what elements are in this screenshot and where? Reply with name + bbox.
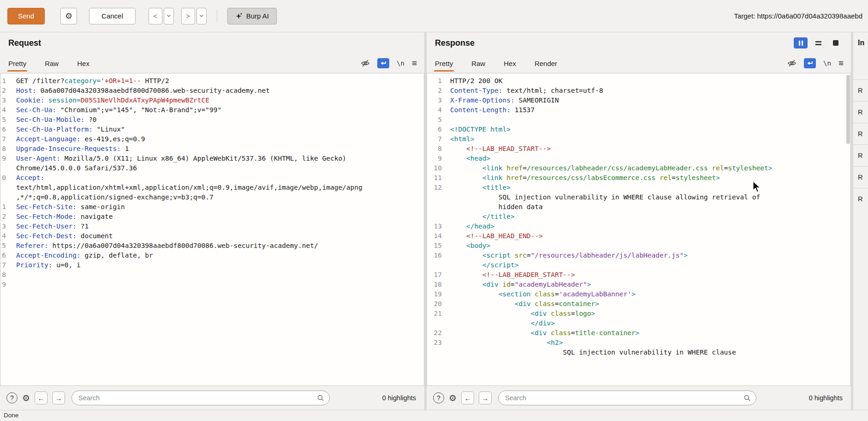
- send-settings-button[interactable]: ⚙: [60, 8, 77, 24]
- request-tab-raw[interactable]: Raw: [45, 54, 59, 73]
- request-search-input[interactable]: [71, 391, 330, 405]
- search-next-button[interactable]: →: [479, 391, 492, 404]
- word-wrap-toggle-button[interactable]: [804, 58, 816, 68]
- code-line[interactable]: SQL injection vulnerability in WHERE cla…: [428, 192, 850, 202]
- code-line[interactable]: 16 <script src="/resources/labheader/js/…: [428, 251, 850, 260]
- code-line[interactable]: text/html,application/xhtml+xml,applicat…: [1, 183, 424, 192]
- code-line[interactable]: 1GET /filter?category='+OR+1=1-- HTTP/2: [1, 76, 424, 86]
- code-line[interactable]: 13Sec-Fetch-User: ?1: [1, 222, 424, 231]
- search-prev-button[interactable]: ←: [35, 391, 48, 404]
- code-line[interactable]: Chrome/145.0.0.0 Safari/537.36: [1, 163, 424, 173]
- code-line[interactable]: 14 <!--LAB_HEAD_END-->: [428, 231, 850, 241]
- code-line[interactable]: 10Accept:: [1, 173, 424, 183]
- forward-button[interactable]: >: [181, 8, 195, 24]
- editor-menu-button[interactable]: ≡: [412, 58, 417, 68]
- cancel-button[interactable]: Cancel: [89, 8, 136, 24]
- code-line[interactable]: 14Sec-Fetch-Dest: document: [1, 231, 424, 241]
- code-line[interactable]: 4Content-Length: 11537: [428, 105, 850, 115]
- code-line[interactable]: 18 <div id="academyLabHeader">: [428, 280, 850, 289]
- show-newlines-button[interactable]: \n: [397, 60, 404, 67]
- code-line[interactable]: 7<html>: [428, 134, 850, 144]
- layout-columns-button[interactable]: [794, 37, 808, 48]
- hide-highlights-button[interactable]: [361, 59, 370, 68]
- code-line[interactable]: </script>: [428, 260, 850, 270]
- code-line[interactable]: 15 <body>: [428, 241, 850, 251]
- code-line[interactable]: 11Sec-Fetch-Site: same-origin: [1, 202, 424, 212]
- request-tab-hex[interactable]: Hex: [77, 54, 89, 73]
- inspector-section[interactable]: R: [853, 166, 868, 188]
- code-line[interactable]: 12 <title>: [428, 183, 850, 192]
- inspector-section[interactable]: R: [853, 188, 868, 210]
- response-search-input[interactable]: [498, 391, 756, 405]
- inspector-section[interactable]: R: [853, 144, 868, 166]
- word-wrap-toggle-button[interactable]: [377, 58, 389, 68]
- search-prev-button[interactable]: ←: [461, 391, 474, 404]
- search-settings-button[interactable]: ⚙: [449, 393, 457, 403]
- code-line[interactable]: 16Accept-Encoding: gzip, deflate, br: [1, 251, 424, 260]
- code-line[interactable]: </title>: [428, 212, 850, 222]
- code-line[interactable]: 5Sec-Ch-Ua-Mobile: ?0: [1, 115, 424, 125]
- code-line[interactable]: 19 <section class='academyLabBanner'>: [428, 289, 850, 299]
- code-line[interactable]: 9 <head>: [428, 154, 850, 163]
- response-tab-pretty[interactable]: Pretty: [435, 54, 453, 73]
- code-line[interactable]: 4Sec-Ch-Ua: "Chromium";v="145", "Not:A-B…: [1, 105, 424, 115]
- response-tab-hex[interactable]: Hex: [504, 54, 516, 73]
- response-editor[interactable]: 1HTTP/2 200 OK2Content-Type: text/html; …: [427, 73, 851, 386]
- code-line[interactable]: 2Host: 0a6a007d04a320398aaebdf800d70086.…: [1, 86, 424, 96]
- scrollbar[interactable]: [846, 74, 850, 385]
- code-line[interactable]: 3Cookie: session=D05S1NeVlhDdxATxyPApW4p…: [1, 96, 424, 105]
- layout-rows-button[interactable]: [811, 37, 825, 48]
- code-line[interactable]: 8 <!--LAB_HEAD_START-->: [428, 144, 850, 154]
- code-line[interactable]: 13 </head>: [428, 222, 850, 231]
- line-number: 19: [1, 280, 6, 289]
- code-line[interactable]: 18: [1, 270, 424, 280]
- back-history-dropdown[interactable]: [164, 8, 174, 24]
- code-line[interactable]: 1HTTP/2 200 OK: [428, 76, 850, 86]
- code-line[interactable]: 6<!DOCTYPE html>: [428, 125, 850, 134]
- search-settings-button[interactable]: ⚙: [22, 393, 30, 403]
- inspector-section[interactable]: R: [853, 123, 868, 144]
- back-button[interactable]: <: [149, 8, 162, 24]
- show-newlines-button[interactable]: \n: [823, 60, 831, 67]
- inspector-section[interactable]: R: [853, 101, 868, 123]
- code-line[interactable]: 21 <div class=logo>: [428, 309, 850, 319]
- code-line[interactable]: 2Content-Type: text/html; charset=utf-8: [428, 86, 850, 96]
- send-button[interactable]: Send: [7, 8, 45, 24]
- code-line[interactable]: 17 <!--LAB_HEADER_START-->: [428, 270, 850, 280]
- code-line[interactable]: 22 <div class=title-container>: [428, 328, 850, 338]
- editor-menu-button[interactable]: ≡: [838, 58, 844, 68]
- hide-highlights-button[interactable]: [787, 59, 797, 68]
- request-subtab-bar: PrettyRawHex \n ≡: [0, 54, 424, 73]
- code-line[interactable]: hidden data: [428, 202, 850, 212]
- code-line[interactable]: 17Priority: u=0, i: [1, 260, 424, 270]
- code-line[interactable]: 10 <link href=/resources/labheader/css/a…: [428, 163, 850, 173]
- code-line[interactable]: 8Upgrade-Insecure-Requests: 1: [1, 144, 424, 154]
- line-number: 2: [1, 86, 6, 96]
- search-help-button[interactable]: ?: [6, 392, 18, 403]
- layout-single-button[interactable]: [829, 37, 843, 48]
- code-line[interactable]: 11 <link href=/resources/css/labsEcommer…: [428, 173, 850, 183]
- response-tab-raw[interactable]: Raw: [471, 54, 485, 73]
- burp-ai-button[interactable]: Burp AI: [227, 8, 277, 24]
- search-help-button[interactable]: ?: [433, 392, 444, 403]
- code-line[interactable]: SQL injection vulnerability in WHERE cla…: [428, 348, 850, 357]
- code-line[interactable]: 15Referer: https://0a6a007d04a320398aaeb…: [1, 241, 424, 251]
- code-line[interactable]: 20 <div class=container>: [428, 299, 850, 309]
- search-next-button[interactable]: →: [52, 391, 65, 404]
- code-line[interactable]: 9User-Agent: Mozilla/5.0 (X11; Linux x86…: [1, 154, 424, 163]
- code-line[interactable]: 3X-Frame-Options: SAMEORIGIN: [428, 96, 850, 105]
- request-tab-pretty[interactable]: Pretty: [8, 54, 26, 73]
- forward-history-dropdown[interactable]: [196, 8, 207, 24]
- code-line[interactable]: 19: [1, 280, 424, 289]
- code-line[interactable]: </div>: [428, 319, 850, 328]
- response-tab-render[interactable]: Render: [535, 54, 557, 73]
- code-line[interactable]: ,*/*;q=0.8,application/signed-exchange;v…: [1, 192, 424, 202]
- code-line[interactable]: 12Sec-Fetch-Mode: navigate: [1, 212, 424, 222]
- code-line[interactable]: 23 <h2>: [428, 338, 850, 348]
- code-line[interactable]: 6Sec-Ch-Ua-Platform: "Linux": [1, 125, 424, 134]
- code-line[interactable]: 5: [428, 115, 850, 125]
- code-line[interactable]: 7Accept-Language: es-419,es;q=0.9: [1, 134, 424, 144]
- inspector-section[interactable]: R: [853, 79, 868, 101]
- request-editor[interactable]: 1GET /filter?category='+OR+1=1-- HTTP/22…: [0, 73, 424, 386]
- scrollbar-thumb[interactable]: [846, 75, 850, 144]
